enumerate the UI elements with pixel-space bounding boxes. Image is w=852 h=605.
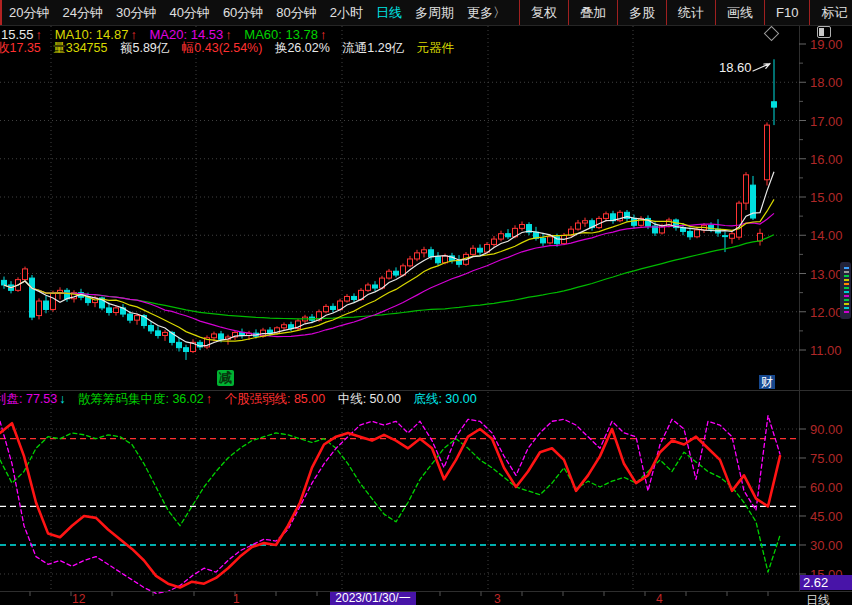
indicator-last-value: 2.62 bbox=[800, 575, 852, 590]
mini-strip-stripe bbox=[844, 299, 849, 301]
period-tab[interactable]: 80分钟 bbox=[276, 4, 316, 22]
profit-value: 利盘: 77.53 bbox=[0, 392, 57, 406]
period-tab[interactable]: 24分钟 bbox=[62, 4, 102, 22]
mid-line-value: 中线: 50.00 bbox=[338, 392, 401, 406]
mini-strip-stripe bbox=[844, 307, 849, 309]
toolbar-item[interactable]: F10 bbox=[764, 0, 809, 25]
period-tab[interactable]: 更多〉 bbox=[467, 4, 506, 22]
price-axis-label: 19.00 bbox=[810, 37, 852, 52]
decrease-badge: 减 bbox=[217, 370, 234, 386]
period-tab[interactable]: 60分钟 bbox=[223, 4, 263, 22]
stock-trading-app: 20分钟24分钟30分钟40分钟60分钟80分钟2小时日线多周期更多〉 复权叠加… bbox=[0, 0, 852, 605]
sector-label[interactable]: 元器件 bbox=[417, 41, 455, 55]
mini-strip-stripe bbox=[844, 267, 849, 269]
float-shares-value: 流通1.29亿 bbox=[342, 41, 404, 55]
finance-badge[interactable]: 财 bbox=[759, 375, 775, 389]
indicator-axis-label: 60.00 bbox=[810, 480, 852, 495]
mini-strip-stripe bbox=[844, 275, 849, 277]
stock-info-header: 收17.35 量334755 额5.89亿 幅0.43(2.54%) 换26.0… bbox=[0, 40, 463, 57]
mini-strip-stripe bbox=[844, 271, 849, 273]
selected-date-box: 2023/01/30/一 bbox=[330, 592, 416, 605]
toolbar-item[interactable]: 多股 bbox=[617, 0, 666, 25]
price-axis-label: 11.00 bbox=[810, 343, 852, 358]
period-tabs: 20分钟24分钟30分钟40分钟60分钟80分钟2小时日线多周期更多〉 bbox=[0, 0, 519, 25]
price-axis-label: 18.00 bbox=[810, 75, 852, 90]
toolbar-item[interactable]: 画线 bbox=[715, 0, 764, 25]
mini-strip-stripe bbox=[844, 287, 849, 289]
change-value: 幅0.43(2.54%) bbox=[182, 41, 263, 55]
concentration-up-arrow-icon: ↑ bbox=[206, 392, 212, 406]
mini-strip-stripe bbox=[844, 283, 849, 285]
indicator-axis-label: 30.00 bbox=[810, 538, 852, 553]
mini-strip-stripe bbox=[844, 279, 849, 281]
time-axis-label: 1 bbox=[233, 592, 240, 605]
layout-toggle-icon[interactable] bbox=[817, 26, 831, 38]
indicator-axis-label: 45.00 bbox=[810, 509, 852, 524]
toolbar-item[interactable]: 复权 bbox=[519, 0, 568, 25]
period-tab[interactable]: 多周期 bbox=[415, 4, 454, 22]
price-axis-label: 14.00 bbox=[810, 228, 852, 243]
mini-scrollbar-strip[interactable] bbox=[840, 262, 851, 319]
period-tab[interactable]: 2小时 bbox=[330, 4, 363, 22]
toolbar-item[interactable]: 标记 bbox=[809, 0, 852, 25]
toolbar-item[interactable]: 统计 bbox=[666, 0, 715, 25]
price-annotation: 18.60 bbox=[719, 60, 752, 75]
indicator-axis-label: 75.00 bbox=[810, 451, 852, 466]
bottom-line-value: 底线: 30.00 bbox=[413, 392, 476, 406]
profit-down-arrow-icon: ↓ bbox=[59, 392, 65, 406]
time-axis-label: 12 bbox=[72, 592, 85, 605]
top-menubar: 20分钟24分钟30分钟40分钟60分钟80分钟2小时日线多周期更多〉 复权叠加… bbox=[0, 0, 852, 26]
period-label: 日线 bbox=[806, 592, 830, 605]
mini-strip-stripe bbox=[844, 303, 849, 305]
period-tab[interactable]: 20分钟 bbox=[9, 4, 49, 22]
concentration-value: 散筹筹码集中度: 36.02 bbox=[78, 392, 204, 406]
price-axis-label: 15.00 bbox=[810, 190, 852, 205]
strength-value: 个股强弱线: 85.00 bbox=[224, 392, 325, 406]
time-axis-label: 4 bbox=[656, 592, 663, 605]
candlestick-chart[interactable] bbox=[0, 0, 852, 605]
price-axis-label: 16.00 bbox=[810, 152, 852, 167]
turnover-value: 换26.02% bbox=[275, 41, 330, 55]
period-tab[interactable]: 30分钟 bbox=[116, 4, 156, 22]
period-tab[interactable]: 日线 bbox=[376, 4, 402, 22]
volume-value: 量334755 bbox=[53, 41, 107, 55]
toolbar-menu: 复权叠加多股统计画线F10标记+自选返回 bbox=[519, 0, 852, 25]
indicator-axis-label: 90.00 bbox=[810, 422, 852, 437]
mini-strip-stripe bbox=[844, 295, 849, 297]
amount-value: 额5.89亿 bbox=[120, 41, 169, 55]
time-axis-label: 3 bbox=[494, 592, 501, 605]
period-tab[interactable]: 40分钟 bbox=[169, 4, 209, 22]
toolbar-item[interactable]: 叠加 bbox=[568, 0, 617, 25]
close-value: 收17.35 bbox=[0, 41, 41, 55]
mini-strip-stripe bbox=[844, 311, 849, 313]
indicator-header: 利盘: 77.53↓ 散筹筹码集中度: 36.02↑ 个股强弱线: 85.00 … bbox=[0, 391, 486, 408]
price-axis-label: 17.00 bbox=[810, 114, 852, 129]
mini-strip-stripe bbox=[844, 291, 849, 293]
